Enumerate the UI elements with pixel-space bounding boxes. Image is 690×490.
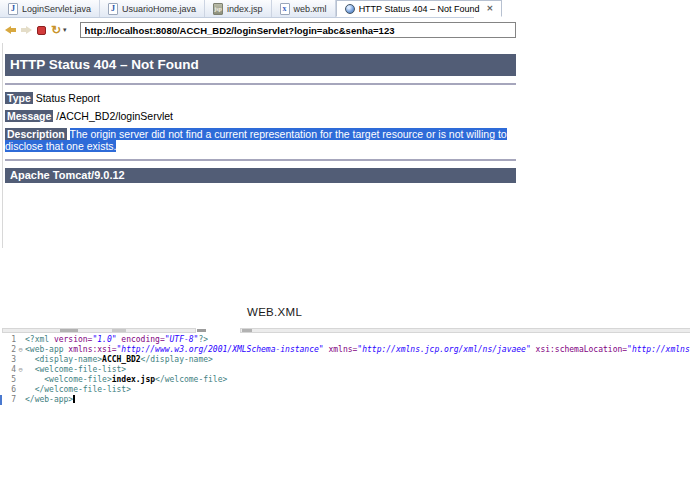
stop-icon <box>37 26 46 35</box>
line-number: 6 <box>0 385 16 395</box>
back-button[interactable] <box>5 26 16 34</box>
type-value: Status Report <box>36 92 100 104</box>
tab-web-xml[interactable]: x web.xml <box>272 0 336 17</box>
description-row: Description The origin server did not fi… <box>5 128 516 152</box>
code-line[interactable]: 4⊖ <welcome-file-list> <box>0 365 690 375</box>
fold-collapse-icon[interactable]: ⊖ <box>16 345 25 355</box>
code-lines: 1<?xml version="1.0" encoding="UTF-8"?>2… <box>0 335 690 405</box>
divider-strip <box>240 328 690 333</box>
message-row: Message /ACCH_BD2/loginServlet <box>5 110 516 122</box>
description-label: Description <box>5 128 67 140</box>
message-value: /ACCH_BD2/loginServlet <box>56 110 173 122</box>
line-number: 7 <box>0 395 16 405</box>
tab-loginservlet-java[interactable]: J LoginServlet.java <box>0 0 100 17</box>
refresh-button[interactable]: ↻ ▾ <box>51 25 67 35</box>
code-text: <?xml version="1.0" encoding="UTF-8"?> <box>25 335 690 345</box>
fold-gutter <box>16 375 25 385</box>
browser-content-border <box>2 43 3 248</box>
tab-label: HTTP Status 404 – Not Found <box>359 4 480 14</box>
fold-collapse-icon[interactable]: ⊖ <box>16 365 25 375</box>
divider-strip-mark <box>60 329 78 332</box>
code-line[interactable]: 6 </welcome-file-list> <box>0 385 690 395</box>
divider <box>5 83 516 85</box>
code-line[interactable]: 5 <welcome-file>index.jsp</welcome-file> <box>0 375 690 385</box>
code-line[interactable]: 3 <display-name>ACCH_BD2</display-name> <box>0 355 690 365</box>
code-text: <welcome-file-list> <box>25 365 690 375</box>
fold-gutter <box>16 335 25 345</box>
description-value-selected: The origin server did not find a current… <box>5 128 507 152</box>
code-text: <display-name>ACCH_BD2</display-name> <box>25 355 690 365</box>
close-icon[interactable]: ✕ <box>487 4 494 13</box>
tab-label: index.jsp <box>227 4 263 14</box>
line-number: 5 <box>0 375 16 385</box>
tab-usuariohome-java[interactable]: J UsuarioHome.java <box>100 0 205 17</box>
tab-http-status-404[interactable]: HTTP Status 404 – Not Found ✕ <box>336 0 503 17</box>
line-number: 3 <box>0 355 16 365</box>
server-version-banner: Apache Tomcat/9.0.12 <box>5 168 516 183</box>
tomcat-error-page: HTTP Status 404 – Not Found Type Status … <box>5 54 516 183</box>
java-file-icon: J <box>108 3 118 15</box>
globe-icon <box>345 4 355 14</box>
code-line[interactable]: 1<?xml version="1.0" encoding="UTF-8"?> <box>0 335 690 345</box>
code-text: </welcome-file-list> <box>25 385 690 395</box>
type-label: Type <box>5 92 33 104</box>
divider-strip-mark <box>112 329 126 332</box>
editor-tab-bar: J LoginServlet.java J UsuarioHome.java j… <box>0 0 474 18</box>
jsp-file-icon: jsp <box>213 3 223 15</box>
back-arrow-icon <box>5 26 16 34</box>
refresh-icon: ↻ <box>51 25 61 35</box>
web-xml-caption: WEB.XML <box>247 306 302 318</box>
page-title: HTTP Status 404 – Not Found <box>5 54 516 76</box>
message-label: Message <box>5 110 53 122</box>
fold-gutter <box>16 395 25 405</box>
divider-strip-mark <box>242 329 252 332</box>
forward-arrow-icon <box>21 26 32 34</box>
line-number: 4 <box>0 365 16 375</box>
url-input[interactable] <box>80 22 516 38</box>
text-cursor <box>73 395 75 403</box>
divider <box>5 159 516 161</box>
divider-strip-mark <box>197 329 206 332</box>
tab-label: LoginServlet.java <box>22 4 91 14</box>
current-line-marker <box>0 395 2 405</box>
fold-gutter <box>16 385 25 395</box>
tab-label: web.xml <box>294 4 327 14</box>
stop-button[interactable] <box>37 26 46 35</box>
tab-index-jsp[interactable]: jsp index.jsp <box>205 0 272 17</box>
code-text: </web-app> <box>25 395 690 405</box>
fold-gutter <box>16 355 25 365</box>
web-xml-code-editor[interactable]: 1<?xml version="1.0" encoding="UTF-8"?>2… <box>0 335 690 410</box>
line-number: 2 <box>0 345 16 355</box>
code-text: <web-app xmlns:xsi="http://www.w3.org/20… <box>25 345 690 355</box>
divider-strip <box>2 328 196 333</box>
java-file-icon: J <box>8 3 18 15</box>
type-row: Type Status Report <box>5 92 516 104</box>
line-number: 1 <box>0 335 16 345</box>
browser-toolbar: ↻ ▾ <box>0 18 516 42</box>
xml-file-icon: x <box>280 3 290 15</box>
code-text: <welcome-file>index.jsp</welcome-file> <box>25 375 690 385</box>
chevron-down-icon: ▾ <box>63 26 67 34</box>
forward-button[interactable] <box>21 26 32 34</box>
code-line[interactable]: 2⊖<web-app xmlns:xsi="http://www.w3.org/… <box>0 345 690 355</box>
tab-label: UsuarioHome.java <box>122 4 196 14</box>
code-line[interactable]: 7</web-app> <box>0 395 690 405</box>
